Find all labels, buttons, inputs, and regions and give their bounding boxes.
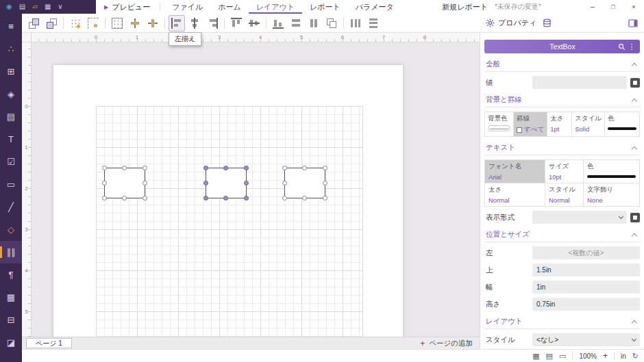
design-surface[interactable]	[32, 42, 480, 337]
border-style-cell[interactable]: スタイル Solid	[572, 112, 605, 136]
page-setup-icon[interactable]: ▦	[532, 352, 539, 361]
position-input[interactable]: <複数の値>	[532, 246, 640, 259]
list-tool-icon[interactable]: ▤	[0, 105, 22, 128]
value-binding-button[interactable]	[630, 78, 640, 88]
text-decoration-cell[interactable]: 文字飾り None	[584, 183, 639, 206]
send-to-back-button[interactable]	[43, 15, 60, 31]
main-menu-icon[interactable]: ≡	[0, 15, 22, 38]
position-input[interactable]: 0.75in	[532, 298, 640, 311]
rectangle-tool-icon[interactable]: ▭	[0, 173, 22, 196]
properties-toggle[interactable]: プロパティ	[486, 18, 536, 28]
resize-handle-ne[interactable]	[244, 166, 249, 170]
preview-button[interactable]: ▶ プレビュー	[104, 2, 150, 12]
textbox-2[interactable]	[206, 168, 247, 198]
search-icon[interactable]	[616, 43, 628, 51]
checkbox-tool-icon[interactable]: ☑	[0, 151, 22, 173]
barcode-tool-icon[interactable]: ∥∥	[0, 241, 22, 263]
resize-handle-sw[interactable]	[102, 196, 107, 201]
page-tab-1[interactable]: ページ 1	[26, 338, 72, 348]
value-input[interactable]	[532, 76, 627, 89]
textbox-1[interactable]	[104, 168, 145, 198]
resize-handle-ne[interactable]	[323, 166, 327, 170]
resize-handle-sw[interactable]	[282, 196, 287, 201]
tab-file[interactable]: ファイル	[164, 0, 210, 14]
layout-style-dropdown[interactable]: <なし>	[532, 333, 640, 346]
snap-to-guides-button[interactable]	[85, 15, 101, 31]
border-weight-cell[interactable]: 太さ 1pt	[547, 112, 572, 136]
resize-handle-s[interactable]	[302, 196, 307, 201]
position-input[interactable]: 1.5in	[532, 263, 640, 276]
resize-handle-n[interactable]	[223, 166, 228, 170]
page-view-icon[interactable]: ▤	[546, 352, 553, 361]
close-button[interactable]: ×	[623, 0, 644, 14]
save-options-chevron-icon[interactable]: ∨	[58, 3, 62, 10]
resize-handle-n[interactable]	[122, 166, 127, 170]
resize-handle-e[interactable]	[323, 181, 327, 185]
chart-tool-icon[interactable]: ◪	[0, 331, 22, 354]
kebab-menu-icon[interactable]: ⋮	[628, 42, 636, 51]
open-folder-icon[interactable]: ▱	[32, 3, 38, 10]
border-all-cell[interactable]: 罫線 すべて	[514, 112, 547, 136]
section-background-border[interactable]: 背景と罫線	[484, 95, 640, 107]
section-text[interactable]: テキスト	[484, 143, 640, 155]
font-weight-cell[interactable]: 太さ Normal	[485, 183, 545, 206]
background-color-cell[interactable]: 背景色	[485, 112, 514, 136]
zoom-in-button[interactable]: +	[603, 351, 608, 361]
font-style-cell[interactable]: スタイル Normal	[545, 183, 584, 206]
section-general[interactable]: 全般	[484, 60, 640, 72]
same-size-button[interactable]	[323, 15, 340, 31]
resize-handle-se[interactable]	[143, 196, 147, 201]
add-page-button[interactable]: + ページの追加	[420, 339, 473, 348]
textbox-tool-icon[interactable]: T	[0, 128, 22, 151]
ruler-toggle-icon[interactable]: ▭	[559, 352, 566, 361]
minimize-button[interactable]: ─	[582, 0, 603, 14]
report-page[interactable]	[53, 65, 403, 337]
font-name-cell[interactable]: フォント名 Arial	[485, 160, 545, 183]
tab-parameters[interactable]: パラメータ	[348, 0, 401, 14]
border-color-cell[interactable]: 色	[605, 112, 639, 136]
resize-handle-s[interactable]	[122, 196, 127, 201]
app-logo[interactable]: ◉	[6, 3, 12, 10]
size-to-grid-button[interactable]	[109, 15, 125, 31]
align-bottom-button[interactable]	[270, 15, 286, 31]
tablix-tool-icon[interactable]: ◈	[0, 83, 22, 105]
resize-handle-e[interactable]	[244, 181, 249, 185]
maximize-button[interactable]: □	[603, 0, 623, 14]
resize-handle-n[interactable]	[302, 166, 307, 170]
subreport-tool-icon[interactable]: ⊟	[0, 309, 22, 331]
save-icon[interactable]: ▦	[45, 3, 51, 10]
textbox-3[interactable]	[284, 168, 325, 198]
format-dropdown[interactable]	[532, 211, 627, 224]
resize-handle-ne[interactable]	[143, 166, 147, 170]
font-color-cell[interactable]: 色	[584, 160, 639, 183]
border-all-checkbox[interactable]	[517, 127, 522, 133]
tab-home[interactable]: ホーム	[210, 0, 249, 14]
center-vertically-button[interactable]	[145, 15, 161, 31]
align-right-button[interactable]	[204, 15, 221, 31]
resize-handle-w[interactable]	[282, 181, 287, 185]
snap-to-grid-button[interactable]	[67, 15, 84, 31]
resize-handle-nw[interactable]	[203, 166, 208, 170]
data-panel-button[interactable]	[543, 18, 552, 27]
center-horizontally-button[interactable]	[127, 15, 143, 31]
same-height-button[interactable]	[306, 15, 322, 31]
format-binding-button[interactable]	[630, 213, 640, 222]
refresh-icon[interactable]: ↻	[632, 352, 639, 361]
align-middle-button[interactable]	[246, 15, 262, 31]
unit-selector[interactable]: in	[621, 352, 626, 360]
resize-handle-e[interactable]	[143, 181, 147, 185]
new-report-icon[interactable]: ▤	[19, 3, 25, 10]
resize-handle-s[interactable]	[223, 196, 228, 201]
distribute-horizontal-button[interactable]	[347, 15, 364, 31]
position-input[interactable]: 1in	[532, 281, 640, 294]
richtext-tool-icon[interactable]: ¶	[0, 263, 22, 286]
same-width-button[interactable]	[288, 15, 304, 31]
data-sources-icon[interactable]: ∴	[0, 38, 22, 60]
section-layout[interactable]: レイアウト	[484, 317, 640, 329]
shape-tool-icon[interactable]: ◇	[0, 218, 22, 241]
line-tool-icon[interactable]: ╱	[0, 196, 22, 218]
resize-handle-nw[interactable]	[102, 166, 107, 170]
align-center-button[interactable]	[186, 15, 203, 31]
font-size-cell[interactable]: サイズ 10pt	[545, 160, 584, 183]
resize-handle-sw[interactable]	[203, 196, 208, 201]
